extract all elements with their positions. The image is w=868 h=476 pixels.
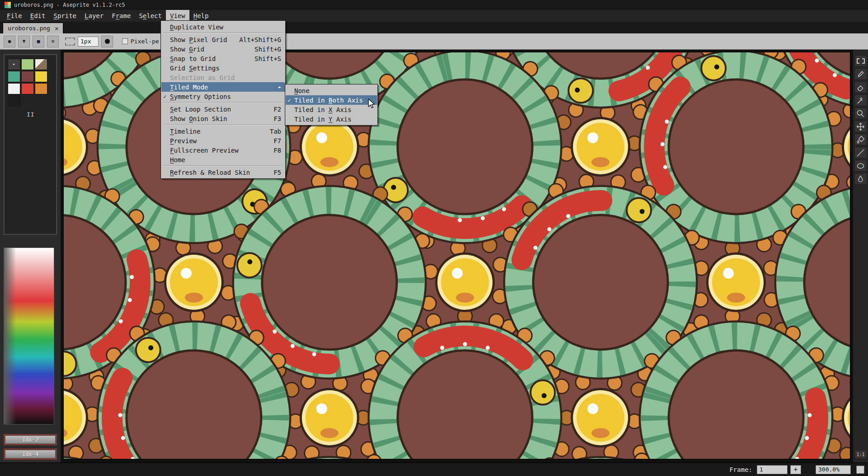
brush-type-dropdown[interactable]: ▼	[18, 36, 30, 47]
menu-item-label: Refresh & Reload Skin	[170, 169, 250, 176]
menu-item-fullscreen-preview[interactable]: Fullscreen PreviewF8	[161, 145, 285, 155]
menu-item-refresh-reload-skin[interactable]: Refresh & Reload SkinF5	[161, 168, 285, 177]
menu-item-show-grid[interactable]: Show GridShift+G	[161, 44, 285, 54]
cursor-arrow-icon	[367, 98, 378, 109]
pencil-icon	[856, 70, 865, 79]
index-button-idx-4[interactable]: Idx-4	[5, 450, 56, 458]
menu-edit[interactable]: Edit	[26, 10, 50, 22]
dashed-box-icon[interactable]	[65, 37, 75, 46]
mouse-cursor	[367, 98, 378, 111]
eyedropper-icon	[856, 96, 865, 105]
eyedropper-tool[interactable]	[854, 94, 867, 106]
color-panel: II Idx-2Idx-4	[0, 50, 61, 462]
menu-item-show-pixel-grid[interactable]: Show Pixel GridAlt+Shift+G	[161, 35, 285, 44]
menu-item-label: Set Loop Section	[170, 106, 231, 113]
menu-item-tiled-mode[interactable]: Tiled Mode►	[161, 82, 285, 92]
menu-item-label: Snap to Grid	[170, 55, 216, 62]
menu-item-shortcut: Shift+S	[246, 55, 281, 62]
tab-uroboros-png[interactable]: uroboros.png×	[3, 23, 63, 33]
ellipse-tool[interactable]	[854, 160, 867, 172]
menu-item-label: Tiled in X Axis	[294, 106, 351, 113]
menu-item-set-loop-section[interactable]: Set Loop SectionF2	[161, 104, 285, 114]
menu-item-none[interactable]: None	[286, 86, 377, 95]
app-icon	[5, 2, 8, 5]
menu-item-label: Preview	[170, 137, 197, 145]
rectangular-marquee-icon	[857, 58, 865, 64]
check-icon: ✓	[163, 93, 170, 100]
menu-item-shortcut: F8	[265, 147, 281, 154]
palette-swatch-9[interactable]	[8, 95, 20, 107]
menu-item-selection-as-grid[interactable]: Selection as Grid	[161, 73, 285, 82]
menu-file[interactable]: File	[3, 10, 26, 22]
menu-item-label: Tiled Mode	[170, 84, 208, 91]
palette-swatch-7[interactable]	[21, 83, 34, 94]
menu-item-show-onion-skin[interactable]: Show Onion SkinF3	[161, 114, 285, 123]
menu-item-preview[interactable]: PreviewF7	[161, 136, 285, 145]
palette-swatch-3[interactable]	[8, 71, 20, 82]
blur-icon	[856, 174, 865, 184]
pencil-tool[interactable]	[854, 68, 867, 80]
title-bar: uroboros.png - Aseprite v1.1.2-rc5	[0, 0, 868, 10]
line-icon	[856, 148, 865, 158]
circle-brush-button[interactable]: ●	[4, 36, 15, 47]
zoom-corner-button[interactable]	[856, 466, 864, 474]
menu-frame[interactable]: Frame	[108, 10, 135, 22]
frame-increment-button[interactable]: +	[790, 465, 801, 474]
line-tool[interactable]	[854, 147, 867, 159]
zoom-ratio-button[interactable]: 1:1	[854, 450, 867, 459]
zoom-tool[interactable]	[854, 107, 867, 119]
chevron-down-icon: ▼	[23, 38, 26, 44]
square-brush-button[interactable]: ■	[33, 36, 44, 47]
menu-item-label: None	[294, 87, 310, 94]
menu-item-label: Home	[170, 156, 185, 163]
menu-layer[interactable]: Layer	[80, 10, 108, 22]
blur-tool[interactable]	[854, 173, 867, 185]
menu-item-duplicate-view[interactable]: Duplicate View	[161, 22, 285, 32]
eraser-tool[interactable]	[854, 81, 867, 93]
rectangular-marquee-tool[interactable]	[854, 55, 867, 67]
index-button-idx-2[interactable]: Idx-2	[5, 435, 56, 444]
submenu-arrow-icon: ►	[278, 84, 281, 89]
menu-item-symmetry-options[interactable]: ✓Symmetry Options	[161, 92, 285, 101]
brush-preview-button[interactable]	[101, 36, 113, 47]
palette-swatch-8[interactable]	[35, 83, 47, 94]
palette-swatch-0[interactable]	[8, 59, 20, 70]
pixel-perfect-label: Pixel-pe	[131, 38, 159, 45]
zoom-input[interactable]	[816, 465, 851, 474]
palette-swatch-6[interactable]	[8, 83, 20, 94]
menu-item-grid-settings[interactable]: Grid Settings	[161, 63, 285, 73]
paint-bucket-tool[interactable]	[854, 134, 867, 145]
palette-swatch-1[interactable]	[21, 59, 34, 70]
tool-bar: 1:1	[853, 50, 868, 462]
frame-input[interactable]	[757, 465, 788, 474]
status-bar: Frame: +	[0, 462, 868, 476]
menu-item-tiled-in-x-axis[interactable]: Tiled in X Axis	[286, 105, 377, 114]
color-spectrum-picker[interactable]	[4, 247, 54, 425]
menu-item-home[interactable]: Home	[161, 155, 285, 164]
tool-options-bar: ● ▼ ■ ≡ Pixel-pe	[0, 33, 868, 50]
menu-item-label: Selection as Grid	[170, 74, 235, 81]
brush-size-input[interactable]	[78, 37, 99, 47]
menu-item-label: Timeline	[170, 128, 200, 135]
menu-item-tiled-in-both-axis[interactable]: ✓Tiled in Both Axis	[286, 95, 377, 105]
menu-item-shortcut: F7	[265, 137, 281, 145]
menu-item-shortcut: F2	[265, 106, 281, 113]
menu-separator	[163, 101, 283, 104]
palette-swatch-2[interactable]	[35, 59, 47, 70]
palette-index-row: Idx-2	[4, 434, 57, 445]
menu-item-timeline[interactable]: TimelineTab	[161, 126, 285, 136]
menu-item-snap-to-grid[interactable]: Snap to GridShift+S	[161, 54, 285, 63]
move-tool[interactable]	[854, 121, 867, 132]
menu-sprite[interactable]: Sprite	[49, 10, 80, 22]
frame-label: Frame:	[729, 466, 752, 473]
menu-item-tiled-in-y-axis[interactable]: Tiled in Y Axis	[286, 114, 377, 124]
brush-options-button[interactable]: ≡	[47, 36, 59, 47]
paint-bucket-icon	[856, 135, 865, 145]
palette-swatch-5[interactable]	[35, 71, 47, 82]
palette-swatch-4[interactable]	[21, 71, 34, 82]
pixel-perfect-checkbox[interactable]	[122, 38, 128, 44]
menu-item-label: Duplicate View	[170, 23, 223, 31]
menu-item-label: Grid Settings	[170, 65, 220, 72]
menu-bar: FileEditSpriteLayerFrameSelectViewHelp	[0, 10, 868, 22]
close-icon[interactable]: ×	[55, 25, 58, 32]
